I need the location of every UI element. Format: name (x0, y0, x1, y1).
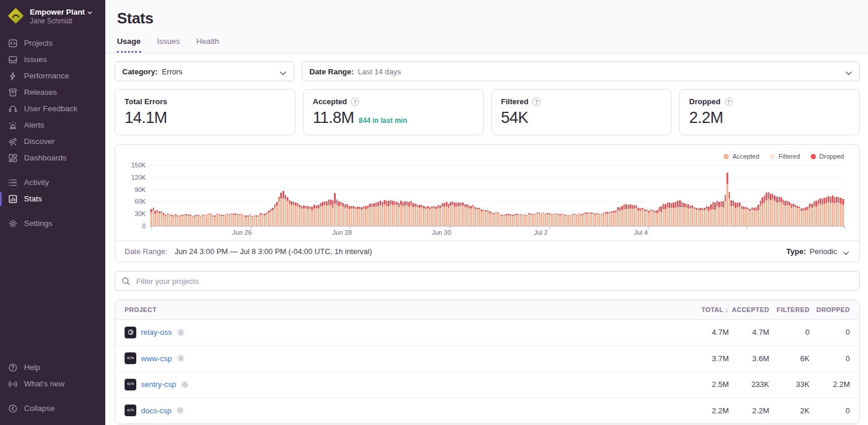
chart-bar[interactable] (241, 214, 243, 226)
chart-bar[interactable] (380, 201, 381, 226)
chart-bar[interactable] (834, 197, 836, 226)
chart-bar[interactable] (363, 206, 365, 226)
chart-bar[interactable] (566, 215, 567, 226)
chart-bar[interactable] (762, 197, 763, 226)
chart-bar[interactable] (650, 210, 652, 226)
chart-bar[interactable] (536, 212, 538, 226)
sidebar-item-issues[interactable]: Issues (0, 52, 105, 68)
chart-bar[interactable] (745, 207, 747, 226)
chart-bar[interactable] (338, 201, 340, 226)
chart-bar[interactable] (694, 207, 695, 226)
chart-bar[interactable] (700, 208, 701, 226)
chart-bar[interactable] (819, 198, 821, 226)
chart-bar[interactable] (779, 197, 780, 226)
tab-usage[interactable]: Usage (117, 37, 141, 53)
chart-bar[interactable] (549, 213, 551, 226)
chart-bar[interactable] (285, 195, 287, 226)
chart-bar[interactable] (291, 201, 292, 226)
chart-bar[interactable] (283, 191, 284, 226)
chart-bar[interactable] (671, 203, 673, 226)
project-settings-gear-icon[interactable] (181, 381, 189, 389)
chart-bar[interactable] (237, 214, 239, 226)
chart-bar[interactable] (567, 215, 569, 226)
project-link[interactable]: relay-oss (141, 328, 172, 337)
chart-bar[interactable] (371, 204, 373, 226)
chart-bar[interactable] (656, 210, 658, 226)
chart-bar[interactable] (161, 211, 163, 226)
chart-bar[interactable] (652, 210, 654, 226)
chart-bar[interactable] (373, 203, 375, 226)
legend-item-accepted[interactable]: Accepted (724, 153, 759, 160)
chart-bar[interactable] (384, 200, 385, 226)
chart-bar[interactable] (256, 215, 257, 226)
chart-bar[interactable] (793, 204, 794, 226)
chart-bar[interactable] (632, 205, 633, 226)
chart-bar[interactable] (332, 200, 334, 226)
chart-bar[interactable] (239, 214, 241, 226)
chart-bar[interactable] (252, 216, 253, 226)
column-header-dropped[interactable]: DROPPED (810, 306, 850, 313)
chart-bar[interactable] (153, 208, 154, 226)
sidebar-item-user-feedback[interactable]: User Feedback (0, 101, 105, 117)
chart-bar[interactable] (597, 213, 598, 226)
chart-bar[interactable] (305, 206, 307, 226)
chart-bar[interactable] (402, 202, 404, 226)
chart-bar[interactable] (638, 208, 639, 226)
chart-bar[interactable] (722, 201, 724, 226)
chart-bar[interactable] (757, 205, 759, 226)
chart-bar[interactable] (664, 204, 666, 226)
chart-bar[interactable] (314, 205, 315, 226)
chart-bar[interactable] (369, 204, 371, 226)
chart-bar[interactable] (574, 214, 576, 226)
chart-bar[interactable] (801, 208, 802, 226)
chart-bar[interactable] (293, 202, 295, 226)
tab-issues[interactable]: Issues (157, 37, 180, 53)
chart-bar[interactable] (532, 214, 534, 226)
chart-bar[interactable] (535, 214, 536, 226)
chart-bar[interactable] (690, 205, 691, 226)
chart-bar[interactable] (173, 215, 175, 226)
chart-bar[interactable] (365, 206, 367, 226)
sidebar-item-projects[interactable]: Projects (0, 35, 105, 52)
chart-bar[interactable] (212, 215, 214, 226)
chart-bar[interactable] (243, 215, 245, 227)
chart-bar[interactable] (227, 214, 229, 226)
chart-bar[interactable] (407, 201, 408, 226)
chart-bar[interactable] (832, 196, 833, 226)
chart-bar[interactable] (260, 213, 261, 226)
chart-bar[interactable] (615, 210, 617, 226)
chart-bar[interactable] (194, 215, 195, 226)
sidebar-item-what-s-new[interactable]: What's new (0, 376, 105, 392)
chart-bar[interactable] (679, 200, 681, 226)
chart-bar[interactable] (439, 205, 441, 226)
chart-bar[interactable] (609, 212, 611, 226)
chart-bar[interactable] (764, 196, 766, 226)
chart-bar[interactable] (605, 212, 607, 226)
legend-item-dropped[interactable]: Dropped (811, 153, 844, 160)
chart-bar[interactable] (768, 192, 770, 226)
chart-bar[interactable] (619, 207, 621, 226)
chart-bar[interactable] (663, 204, 664, 226)
chart-bar[interactable] (770, 194, 771, 226)
column-header-project[interactable]: PROJECT (115, 306, 688, 313)
chart-bar[interactable] (776, 197, 778, 226)
chart-bar[interactable] (725, 195, 726, 226)
chart-bar[interactable] (625, 204, 627, 226)
chart-bar[interactable] (675, 202, 677, 226)
chart-bar[interactable] (811, 204, 813, 226)
chart-bar[interactable] (644, 210, 646, 226)
project-link[interactable]: docs-csp (141, 406, 171, 415)
chart-bar[interactable] (388, 201, 390, 226)
chart-bar[interactable] (481, 210, 483, 226)
chart-bar[interactable] (726, 173, 728, 226)
chart-bar[interactable] (167, 214, 168, 226)
chart-bar[interactable] (351, 206, 353, 226)
chart-bar[interactable] (735, 203, 736, 226)
chart-bar[interactable] (400, 201, 402, 226)
chart-bar[interactable] (514, 214, 516, 226)
chart-bar[interactable] (460, 203, 462, 226)
chart-bar[interactable] (177, 215, 179, 226)
chart-bar[interactable] (431, 207, 433, 226)
chart-bar[interactable] (714, 203, 716, 226)
chart-bar[interactable] (266, 212, 268, 226)
